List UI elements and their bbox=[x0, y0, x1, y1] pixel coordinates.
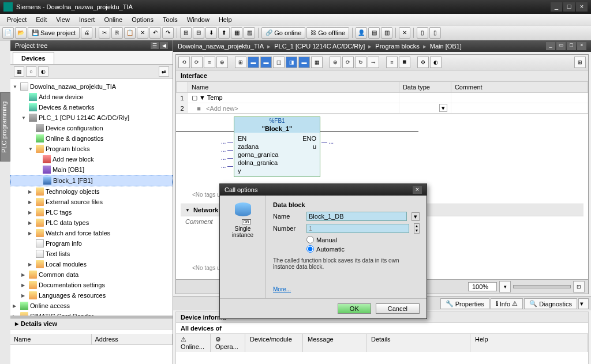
plc-programming-tab[interactable]: PLC programming bbox=[0, 92, 10, 162]
tree-watch-tables[interactable]: ▶Watch and force tables bbox=[10, 228, 173, 238]
editor-maximize[interactable]: □ bbox=[567, 42, 576, 50]
tree-ext-sources[interactable]: ▶External source files bbox=[10, 197, 173, 207]
tree-program-info[interactable]: Program info bbox=[10, 238, 173, 249]
db-name-input[interactable] bbox=[306, 212, 407, 221]
et-16[interactable]: ≡ bbox=[386, 57, 398, 68]
et-1[interactable]: ⟲ bbox=[178, 57, 190, 68]
upload-button[interactable]: ⬆ bbox=[218, 27, 230, 39]
go-offline-button[interactable]: ⛓ Go offline bbox=[306, 27, 349, 39]
tree-tool-2[interactable]: ○ bbox=[26, 66, 36, 77]
iface-col-type[interactable]: Data type bbox=[399, 82, 451, 93]
more-link[interactable]: More... bbox=[273, 286, 420, 292]
zoom-dropdown[interactable]: ▾ bbox=[499, 281, 511, 292]
et-8[interactable]: ◫ bbox=[273, 57, 285, 68]
info-tab[interactable]: ℹInfo ⚠ bbox=[491, 298, 523, 309]
et-13[interactable]: ⟳ bbox=[342, 57, 354, 68]
et-18[interactable]: ⚙ bbox=[417, 57, 429, 68]
bc-main[interactable]: Main [OB1] bbox=[430, 43, 462, 50]
close-button[interactable]: × bbox=[576, 2, 588, 12]
menu-view[interactable]: View bbox=[51, 16, 74, 23]
tree-tool-4[interactable]: ⇄ bbox=[159, 66, 169, 77]
bc-plc[interactable]: PLC_1 [CPU 1214C AC/DC/Rly] bbox=[274, 43, 365, 50]
name-dropdown[interactable]: ▾ bbox=[412, 212, 420, 221]
number-spinner[interactable]: ▴▾ bbox=[414, 223, 420, 234]
iface-temp-row[interactable]: ▢ ▼ Temp bbox=[188, 93, 399, 103]
iface-col-comment[interactable]: Comment bbox=[451, 82, 588, 93]
et-6[interactable]: ▬ bbox=[248, 57, 259, 68]
et-10[interactable]: ▬ bbox=[298, 57, 310, 68]
zoom-value[interactable]: 100% bbox=[468, 282, 497, 291]
tree-common-data[interactable]: ▶Common data bbox=[10, 269, 173, 280]
et-9[interactable]: ◨ bbox=[286, 57, 297, 68]
di-col-help[interactable]: Help bbox=[470, 334, 588, 352]
et-11[interactable]: ▦ bbox=[311, 57, 323, 68]
tree-text-lists[interactable]: Text lists bbox=[10, 249, 173, 259]
devices-tab[interactable]: Devices bbox=[13, 52, 54, 64]
tree-plc[interactable]: ▼PLC_1 [CPU 1214C AC/DC/Rly] bbox=[10, 112, 173, 123]
automatic-radio[interactable] bbox=[306, 245, 314, 253]
panel-menu-button[interactable]: ☰ bbox=[151, 42, 159, 49]
tool-button-4[interactable]: ▧ bbox=[244, 27, 255, 39]
di-col-details[interactable]: Details bbox=[366, 334, 470, 352]
tree-main-ob1[interactable]: Main [OB1] bbox=[10, 164, 173, 175]
tool-button-6[interactable]: ▤ bbox=[368, 27, 380, 39]
go-online-button[interactable]: 🔗 Go online bbox=[261, 27, 305, 39]
tree-local-modules[interactable]: ▶Local modules bbox=[10, 259, 173, 269]
delete-button[interactable]: ✕ bbox=[137, 27, 148, 39]
tool-button-5[interactable]: 👤 bbox=[356, 27, 367, 39]
tree-device-config[interactable]: Device configuration bbox=[10, 123, 173, 133]
tool-button-1[interactable]: ⊞ bbox=[180, 27, 192, 39]
cancel-button[interactable]: Cancel bbox=[376, 303, 420, 314]
tree-devices-networks[interactable]: Devices & networks bbox=[10, 102, 173, 112]
tool-button-7[interactable]: ▥ bbox=[381, 27, 392, 39]
fb-block-instance[interactable]: %FB1 "Block_1" EN zadana gorna_granica d… bbox=[234, 117, 320, 177]
di-col-opera[interactable]: ⚙ Opera... bbox=[211, 334, 245, 352]
et-15[interactable]: ⊸ bbox=[368, 57, 379, 68]
iface-addnew-row[interactable]: ■ <Add new> bbox=[188, 103, 399, 114]
print-button[interactable]: 🖨 bbox=[81, 27, 92, 39]
ok-button[interactable]: OK bbox=[338, 303, 371, 314]
panel-collapse-button[interactable]: ◀ bbox=[160, 42, 168, 49]
di-col-message[interactable]: Message bbox=[303, 334, 366, 352]
tool-button-9[interactable]: ▯ bbox=[417, 27, 428, 39]
tree-tech-objects[interactable]: ▶Technology objects bbox=[10, 186, 173, 197]
editor-restore[interactable]: ▭ bbox=[556, 42, 566, 50]
manual-radio[interactable] bbox=[306, 236, 314, 243]
tree-program-blocks[interactable]: ▼Program blocks bbox=[10, 144, 173, 154]
new-button[interactable]: 📄 bbox=[2, 27, 14, 39]
et-4[interactable]: ⊕ bbox=[216, 57, 228, 68]
minimize-button[interactable]: _ bbox=[551, 2, 562, 12]
di-col-online[interactable]: ⚠ Online... bbox=[176, 334, 211, 352]
menu-help[interactable]: Help bbox=[214, 16, 237, 23]
maximize-button[interactable]: □ bbox=[563, 2, 575, 12]
details-view-title[interactable]: Details view bbox=[10, 318, 173, 329]
tree-tool-3[interactable]: ◐ bbox=[38, 66, 48, 77]
bc-blocks[interactable]: Program blocks bbox=[375, 43, 419, 50]
di-col-device[interactable]: Device/module bbox=[245, 334, 303, 352]
tabs-more[interactable]: ▾ bbox=[578, 298, 589, 309]
tree-root[interactable]: ▼Dowolna_nazwa_projektu_TIA bbox=[10, 81, 173, 92]
tree-plc-data-types[interactable]: ▶PLC data types bbox=[10, 217, 173, 228]
menu-project[interactable]: Project bbox=[2, 16, 31, 23]
et-17[interactable]: ≣ bbox=[399, 57, 410, 68]
et-7[interactable]: ▬ bbox=[260, 57, 272, 68]
et-3[interactable]: ≡ bbox=[204, 57, 215, 68]
tree-plc-tags[interactable]: ▶PLC tags bbox=[10, 207, 173, 217]
tool-button-10[interactable]: ▯ bbox=[429, 27, 441, 39]
tool-button-8[interactable]: ✕ bbox=[399, 27, 410, 39]
et-2[interactable]: ⟳ bbox=[191, 57, 203, 68]
et-14[interactable]: ↻ bbox=[355, 57, 366, 68]
et-expand[interactable]: ⊞ bbox=[574, 57, 586, 68]
editor-close[interactable]: × bbox=[577, 42, 586, 50]
et-12[interactable]: ⊕ bbox=[330, 57, 341, 68]
tree-lang-res[interactable]: ▶Languages & resources bbox=[10, 290, 173, 301]
download-button[interactable]: ⬇ bbox=[205, 27, 217, 39]
redo-button[interactable]: ↷ bbox=[162, 27, 174, 39]
tool-button-2[interactable]: ⊟ bbox=[193, 27, 204, 39]
editor-minimize[interactable]: _ bbox=[546, 42, 555, 50]
diagnostics-tab[interactable]: 🔍Diagnostics bbox=[524, 298, 577, 309]
tree-block1-fb1[interactable]: Block_1 [FB1] bbox=[10, 175, 173, 186]
tree-add-device[interactable]: Add new device bbox=[10, 92, 173, 102]
details-col-name[interactable]: Name bbox=[10, 334, 92, 344]
properties-tab[interactable]: 🔧Properties bbox=[440, 298, 489, 309]
